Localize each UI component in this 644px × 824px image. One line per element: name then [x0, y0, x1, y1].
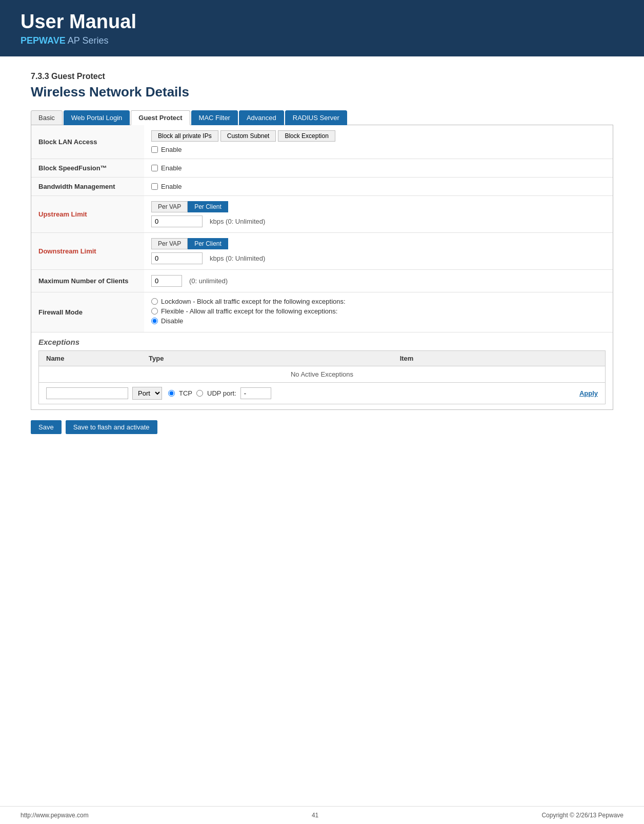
upstream-limit-unit: kbps (0: Unlimited) — [210, 218, 265, 225]
bandwidth-management-enable-label: Enable — [161, 183, 182, 190]
add-exception-row: Port TCP UDP port: Apply — [38, 383, 606, 404]
downstream-limit-input-row: kbps (0: Unlimited) — [151, 252, 606, 264]
exceptions-col-type: Type — [142, 351, 208, 366]
tab-web-portal-login[interactable]: Web Portal Login — [64, 110, 130, 125]
tab-basic[interactable]: Basic — [31, 110, 63, 125]
downstream-limit-input[interactable] — [151, 252, 203, 264]
block-speedfusion-value: Enable — [144, 159, 613, 178]
tab-advanced[interactable]: Advanced — [239, 110, 284, 125]
section-heading: 7.3.3 Guest Protect — [31, 72, 613, 81]
upstream-tabs: Per VAP Per Client — [151, 201, 606, 212]
upstream-limit-input-row: kbps (0: Unlimited) — [151, 215, 606, 227]
block-speedfusion-enable-label: Enable — [161, 164, 182, 172]
block-lan-enable-checkbox[interactable] — [151, 146, 158, 153]
upstream-limit-row: Upstream Limit Per VAP Per Client kbps (… — [31, 196, 613, 233]
bandwidth-management-label: Bandwidth Management — [31, 178, 144, 196]
brand-name: PEPWAVE — [21, 35, 66, 46]
block-speedfusion-label: Block SpeedFusion™ — [31, 159, 144, 178]
exception-type-select[interactable]: Port — [132, 387, 162, 400]
downstream-limit-row: Downstream Limit Per VAP Per Client kbps… — [31, 233, 613, 270]
no-exceptions-row: No Active Exceptions — [38, 366, 606, 383]
max-clients-value: (0: unlimited) — [144, 270, 613, 292]
firewall-disable-radio[interactable] — [151, 318, 158, 324]
downstream-per-client-tab[interactable]: Per Client — [188, 238, 228, 249]
upstream-per-client-tab[interactable]: Per Client — [188, 201, 228, 212]
max-clients-unit: (0: unlimited) — [189, 277, 228, 285]
exceptions-section-label: Exceptions — [38, 338, 606, 346]
udp-label: UDP port: — [207, 389, 236, 397]
block-lan-access-row: Block LAN Access Block all private IPs C… — [31, 125, 613, 159]
tab-bar: Basic Web Portal Login Guest Protect MAC… — [31, 110, 613, 125]
footer-url: http://www.pepwave.com — [21, 812, 89, 819]
header-subtitle: PEPWAVE AP Series — [21, 35, 623, 46]
footer-page-number: 41 — [312, 812, 318, 819]
firewall-lockdown-label: Lockdown - Block all traffic except for … — [161, 298, 346, 305]
main-content: 7.3.3 Guest Protect Wireless Network Det… — [0, 56, 644, 455]
subtitle-rest: AP Series — [66, 35, 109, 46]
block-speedfusion-checkbox[interactable] — [151, 165, 158, 171]
downstream-limit-unit: kbps (0: Unlimited) — [210, 254, 265, 262]
page-footer: http://www.pepwave.com 41 Copyright © 2/… — [0, 806, 644, 824]
save-area: Save Save to flash and activate — [31, 420, 613, 434]
firewall-flexible-radio[interactable] — [151, 308, 158, 315]
exceptions-col-item: Item — [208, 351, 605, 366]
form-container: Block LAN Access Block all private IPs C… — [31, 125, 613, 410]
firewall-mode-row: Firewall Mode Lockdown - Block all traff… — [31, 292, 613, 332]
firewall-disable-row: Disable — [151, 317, 606, 325]
exceptions-col-name: Name — [39, 351, 142, 366]
firewall-disable-label: Disable — [161, 317, 183, 325]
custom-subnet-btn[interactable]: Custom Subnet — [220, 130, 276, 142]
firewall-lockdown-row: Lockdown - Block all traffic except for … — [151, 298, 606, 305]
upstream-per-vap-tab[interactable]: Per VAP — [151, 201, 188, 212]
firewall-flexible-label: Flexible - Allow all traffic except for … — [161, 307, 337, 315]
exceptions-section-cell: Exceptions Name Type Item No Active Exce… — [31, 332, 613, 410]
upstream-limit-input[interactable] — [151, 215, 203, 227]
upstream-limit-value: Per VAP Per Client kbps (0: Unlimited) — [144, 196, 613, 233]
block-all-private-ips-btn[interactable]: Block all private IPs — [151, 130, 218, 142]
tab-mac-filter[interactable]: MAC Filter — [191, 110, 238, 125]
bandwidth-management-value: Enable — [144, 178, 613, 196]
exceptions-table-header: Name Type Item — [38, 350, 606, 366]
max-clients-row: Maximum Number of Clients (0: unlimited) — [31, 270, 613, 292]
apply-button[interactable]: Apply — [579, 389, 598, 397]
max-clients-input[interactable] — [151, 275, 182, 287]
block-exception-btn[interactable]: Block Exception — [278, 130, 335, 142]
page-header: User Manual PEPWAVE AP Series — [0, 0, 644, 56]
downstream-limit-label: Downstream Limit — [31, 233, 144, 270]
upstream-limit-label: Upstream Limit — [31, 196, 144, 233]
section-title: Wireless Network Details — [31, 84, 613, 100]
bandwidth-management-row: Bandwidth Management Enable — [31, 178, 613, 196]
save-flash-button[interactable]: Save to flash and activate — [66, 420, 157, 434]
firewall-lockdown-radio[interactable] — [151, 298, 158, 305]
block-speedfusion-enable-row: Enable — [151, 164, 606, 172]
bandwidth-management-enable-row: Enable — [151, 183, 606, 190]
header-title: User Manual — [21, 10, 623, 34]
exception-name-input[interactable] — [46, 387, 128, 399]
block-speedfusion-row: Block SpeedFusion™ Enable — [31, 159, 613, 178]
downstream-tabs: Per VAP Per Client — [151, 238, 606, 249]
block-lan-access-value: Block all private IPs Custom Subnet Bloc… — [144, 125, 613, 159]
firewall-mode-label: Firewall Mode — [31, 292, 144, 332]
bandwidth-management-checkbox[interactable] — [151, 183, 158, 190]
udp-radio[interactable] — [196, 390, 203, 397]
save-button[interactable]: Save — [31, 420, 62, 434]
downstream-per-vap-tab[interactable]: Per VAP — [151, 238, 188, 249]
subnet-buttons: Block all private IPs Custom Subnet Bloc… — [151, 130, 606, 142]
form-table: Block LAN Access Block all private IPs C… — [31, 125, 613, 409]
tcp-radio[interactable] — [168, 390, 175, 397]
max-clients-input-row: (0: unlimited) — [151, 275, 606, 287]
block-lan-enable-label: Enable — [161, 146, 182, 153]
tab-radius-server[interactable]: RADIUS Server — [285, 110, 347, 125]
firewall-flexible-row: Flexible - Allow all traffic except for … — [151, 307, 606, 315]
firewall-mode-value: Lockdown - Block all traffic except for … — [144, 292, 613, 332]
tab-guest-protect[interactable]: Guest Protect — [131, 110, 190, 125]
block-lan-enable-row: Enable — [151, 146, 606, 153]
exceptions-section-row: Exceptions Name Type Item No Active Exce… — [31, 332, 613, 410]
downstream-limit-value: Per VAP Per Client kbps (0: Unlimited) — [144, 233, 613, 270]
block-lan-access-label: Block LAN Access — [31, 125, 144, 159]
max-clients-label: Maximum Number of Clients — [31, 270, 144, 292]
tcp-label: TCP — [179, 389, 192, 397]
footer-copyright: Copyright © 2/26/13 Pepwave — [541, 812, 623, 819]
port-dash-input[interactable] — [240, 387, 271, 399]
